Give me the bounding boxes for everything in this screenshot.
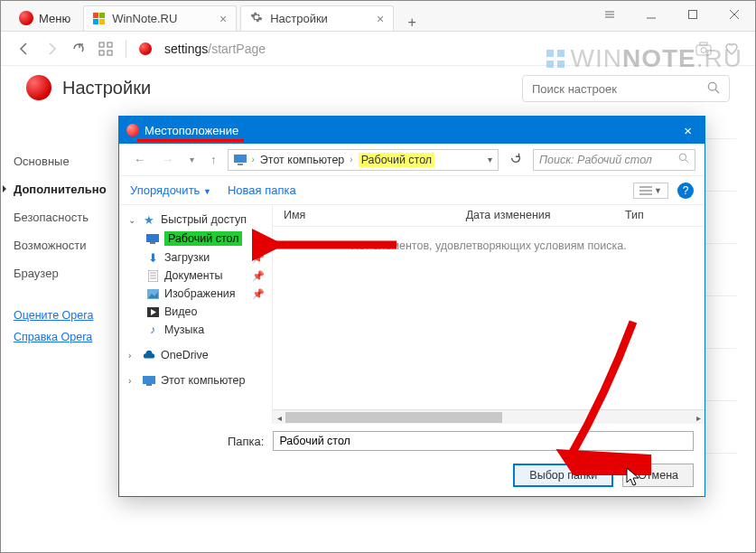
separator bbox=[126, 40, 126, 58]
breadcrumb[interactable]: › Этот компьютер › Рабочий стол ▾ bbox=[228, 149, 499, 171]
reload-icon[interactable] bbox=[71, 42, 86, 56]
back-icon[interactable] bbox=[17, 42, 32, 56]
help-icon[interactable]: ? bbox=[677, 183, 694, 199]
svg-rect-4 bbox=[689, 11, 697, 19]
dialog-close-button[interactable]: × bbox=[678, 123, 697, 138]
minimize-button[interactable] bbox=[630, 1, 672, 28]
tree-pictures[interactable]: Изображения 📌 bbox=[123, 285, 268, 303]
desktop-icon bbox=[146, 232, 159, 245]
close-button[interactable] bbox=[714, 1, 755, 28]
tab-close-icon[interactable]: × bbox=[219, 12, 227, 26]
opera-icon bbox=[26, 75, 51, 100]
opera-icon bbox=[139, 42, 152, 55]
tab-label: Настройки bbox=[270, 12, 328, 25]
col-date[interactable]: Дата изменения bbox=[455, 205, 614, 226]
cloud-icon bbox=[143, 349, 155, 361]
horizontal-scrollbar[interactable]: ◂ ▸ bbox=[273, 409, 705, 424]
dialog-nav-row: ← → ▾ ↑ › Этот компьютер › Рабочий стол … bbox=[119, 144, 705, 176]
gear-icon bbox=[250, 11, 263, 26]
pc-icon bbox=[234, 154, 247, 166]
pc-icon bbox=[143, 374, 155, 387]
empty-message: Нет элементов, удовлетворяющих условиям … bbox=[273, 227, 705, 409]
link-help-opera[interactable]: Справка Opera bbox=[14, 331, 124, 343]
col-type[interactable]: Тип bbox=[614, 205, 705, 226]
svg-line-19 bbox=[686, 160, 688, 163]
search-placeholder: Поиск: Рабочий стол bbox=[539, 154, 678, 166]
sidebar-item-advanced[interactable]: Дополнительно bbox=[1, 175, 136, 203]
annotation-underline bbox=[137, 139, 244, 142]
nav-up-icon[interactable]: ↑ bbox=[205, 150, 222, 169]
tree-documents[interactable]: Документы 📌 bbox=[123, 267, 268, 285]
crumb-dropdown-icon[interactable]: ▾ bbox=[488, 155, 492, 164]
settings-sidebar: Основные Дополнительно Безопасность Возм… bbox=[1, 66, 136, 552]
search-icon bbox=[707, 81, 720, 97]
svg-point-14 bbox=[708, 82, 716, 90]
tree-this-pc[interactable]: › Этот компьютер bbox=[123, 371, 268, 389]
nav-recent-icon[interactable]: ▾ bbox=[184, 152, 200, 167]
view-mode-button[interactable]: ▼ bbox=[633, 183, 668, 199]
tab-winnote[interactable]: WinNote.RU × bbox=[83, 5, 237, 31]
sidebar-item-security[interactable]: Безопасность bbox=[1, 203, 136, 231]
download-icon: ⬇ bbox=[146, 251, 159, 264]
dialog-search-box[interactable]: Поиск: Рабочий стол bbox=[533, 149, 695, 171]
page-header: Настройки bbox=[26, 75, 151, 100]
svg-rect-8 bbox=[107, 42, 112, 47]
scroll-right-icon[interactable]: ▸ bbox=[692, 410, 705, 425]
opera-menu-button[interactable]: Меню bbox=[10, 5, 79, 31]
folder-input-row: Папка: bbox=[119, 424, 705, 458]
svg-rect-9 bbox=[99, 51, 104, 55]
refresh-icon[interactable] bbox=[504, 152, 527, 167]
tree-onedrive[interactable]: › OneDrive bbox=[123, 346, 268, 364]
nav-forward-icon[interactable]: → bbox=[156, 150, 179, 169]
dialog-title-bar[interactable]: Местоположение × bbox=[119, 117, 705, 144]
mouse-cursor bbox=[626, 467, 642, 487]
new-folder-button[interactable]: Новая папка bbox=[228, 183, 296, 197]
folder-input[interactable] bbox=[273, 431, 694, 451]
tab-settings[interactable]: Настройки × bbox=[240, 5, 394, 31]
new-tab-button[interactable]: + bbox=[399, 14, 425, 31]
tree-videos[interactable]: Видео bbox=[123, 303, 268, 321]
pin-icon: 📌 bbox=[252, 233, 265, 245]
crumb-root[interactable]: Этот компьютер bbox=[260, 154, 344, 166]
settings-search-input[interactable] bbox=[532, 82, 707, 96]
link-rate-opera[interactable]: Оцените Opera bbox=[14, 309, 124, 322]
pin-icon: 📌 bbox=[252, 270, 265, 282]
file-columns: Имя Дата изменения Тип bbox=[273, 205, 705, 227]
svg-point-18 bbox=[679, 154, 686, 161]
dialog-toolbar: Упорядочить ▼ Новая папка ▼ ? bbox=[119, 176, 705, 205]
svg-rect-10 bbox=[107, 51, 112, 55]
settings-search[interactable] bbox=[522, 75, 730, 102]
sidebar-item-basic[interactable]: Основные bbox=[1, 147, 136, 175]
tree-music[interactable]: ♪ Музыка bbox=[123, 321, 268, 339]
tree-downloads[interactable]: ⬇ Загрузки 📌 bbox=[123, 248, 268, 267]
col-name[interactable]: Имя bbox=[273, 205, 455, 226]
maximize-button[interactable] bbox=[672, 1, 714, 28]
svg-rect-34 bbox=[146, 384, 152, 386]
search-icon bbox=[678, 153, 689, 166]
window-settings-icon[interactable] bbox=[589, 1, 630, 28]
picture-icon bbox=[146, 287, 159, 300]
svg-rect-24 bbox=[150, 242, 155, 244]
svg-rect-33 bbox=[143, 376, 155, 384]
speed-dial-icon[interactable] bbox=[98, 42, 113, 56]
forward-icon[interactable] bbox=[44, 42, 59, 56]
folder-picker-dialog: Местоположение × ← → ▾ ↑ › Этот компьюте… bbox=[118, 116, 705, 497]
tab-label: WinNote.RU bbox=[112, 12, 177, 25]
document-icon bbox=[146, 269, 159, 282]
pin-icon: 📌 bbox=[252, 252, 265, 264]
scroll-thumb[interactable] bbox=[285, 412, 502, 423]
tree-quick-access[interactable]: ⌄ ★ Быстрый доступ bbox=[123, 211, 268, 229]
crumb-current[interactable]: Рабочий стол bbox=[359, 153, 434, 167]
url-display[interactable]: settings/startPage bbox=[164, 42, 266, 56]
organize-button[interactable]: Упорядочить ▼ bbox=[130, 183, 211, 197]
tab-close-icon[interactable]: × bbox=[377, 12, 384, 26]
winnote-favicon bbox=[93, 13, 105, 24]
dialog-buttons: Выбор папки Отмена bbox=[119, 458, 705, 496]
tree-desktop[interactable]: Рабочий стол 📌 bbox=[123, 229, 268, 248]
svg-rect-17 bbox=[238, 164, 243, 165]
scroll-left-icon[interactable]: ◂ bbox=[273, 410, 285, 425]
select-folder-button[interactable]: Выбор папки bbox=[513, 464, 613, 487]
nav-back-icon[interactable]: ← bbox=[128, 150, 151, 169]
sidebar-item-features[interactable]: Возможности bbox=[1, 231, 136, 259]
sidebar-item-browser[interactable]: Браузер bbox=[1, 259, 136, 287]
